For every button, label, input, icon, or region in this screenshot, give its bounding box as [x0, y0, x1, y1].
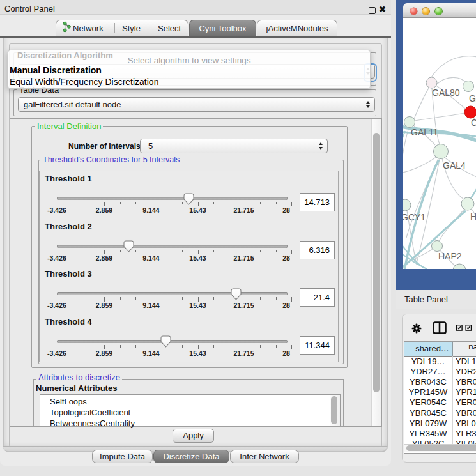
svg-text:C: C: [471, 118, 476, 128]
svg-text:GCY1: GCY1: [403, 212, 426, 222]
svg-text:GA: GA: [469, 93, 476, 104]
svg-text:HAP2: HAP2: [438, 251, 462, 261]
svg-text:H: H: [470, 211, 476, 222]
svg-text:GAL11: GAL11: [411, 127, 438, 137]
svg-text:GAL4: GAL4: [443, 160, 466, 171]
svg-text:GAL80: GAL80: [432, 88, 460, 98]
